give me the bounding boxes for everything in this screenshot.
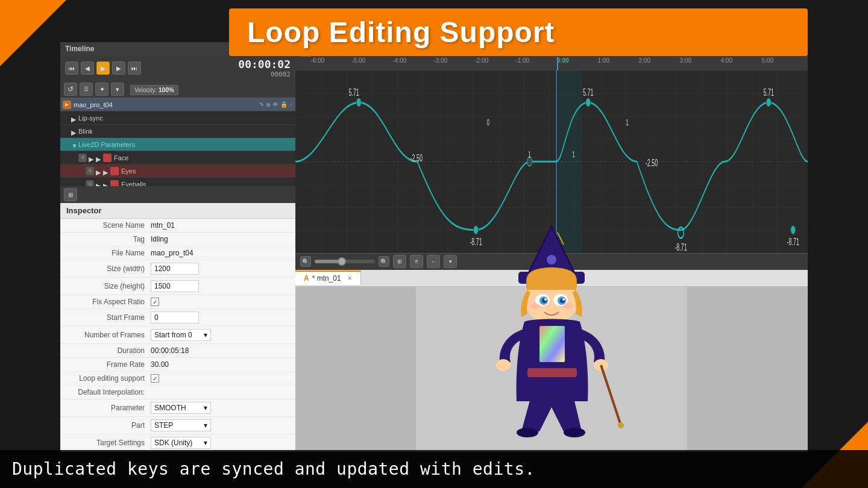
svg-text:1: 1	[626, 117, 629, 127]
svg-text:1: 1	[528, 149, 531, 159]
timeline-toolbar: ↺ ☰ ✦ ▾ Velocity: 100%	[60, 81, 295, 98]
input-start-frame[interactable]	[151, 311, 199, 324]
subtitle-bar: Duplicated keys are synced and updated w…	[0, 450, 868, 488]
value-filename: mao_pro_t04	[151, 249, 289, 257]
prev-frame-button[interactable]: ◀	[81, 61, 94, 75]
svg-text:-8.71: -8.71	[675, 242, 687, 253]
checkbox-loop[interactable]	[151, 374, 159, 383]
track-root[interactable]: ▶ mao_pro_t04 ✎ ⊕ 👁 🔒 ●	[60, 98, 295, 111]
inspector-row-loop: Loop editing support	[60, 372, 295, 386]
track-name-eyes: Eyes	[121, 167, 136, 175]
right-panel: ↔ Duration 5s:18f, 168f -6:00 -5:00 -4:0…	[295, 42, 808, 452]
velocity-value: 100%	[159, 87, 174, 93]
zoom-out-btn[interactable]: 🔍	[300, 256, 311, 267]
svg-text:-2.50: -2.50	[410, 152, 423, 164]
track-name-live2d: Live2D Parameters	[78, 141, 135, 148]
play-button[interactable]: ▶	[96, 61, 110, 75]
timecode-display: 00:00:02	[238, 58, 291, 70]
track-blink[interactable]: ▶ Blink	[60, 125, 295, 138]
label-filename: File Name	[66, 249, 151, 257]
zoom-in-btn[interactable]: 🔍	[379, 256, 389, 267]
dropdown-part[interactable]: STEP ▾	[151, 419, 211, 431]
loop-button[interactable]: ↺	[64, 83, 77, 96]
checkbox-aspect[interactable]	[151, 298, 159, 306]
dropdown-target[interactable]: SDK (Unity) ▾	[151, 437, 211, 449]
svg-point-4	[356, 98, 361, 107]
zoom-slider[interactable]	[315, 260, 375, 263]
grid-btn[interactable]: #	[410, 255, 423, 268]
value-framerate: 30.00	[151, 360, 289, 369]
time-ruler: -6:00 -5:00 -4:00 -3:00 -2:00 -1:00 0:00…	[295, 57, 808, 70]
label-interp-header: Default Interpolation:	[66, 388, 151, 396]
svg-rect-40	[539, 326, 565, 362]
track-num-face: ①	[78, 154, 87, 162]
input-width[interactable]	[151, 263, 199, 275]
inspector-row-duration: Duration 00:00:05:18	[60, 344, 295, 358]
inspector-row-part: Part STEP ▾	[60, 417, 295, 434]
svg-point-37	[530, 303, 539, 309]
dropdown-part-value: STEP	[154, 421, 173, 430]
arrow-btn[interactable]: ←	[427, 255, 440, 268]
inspector-panel: Inspector Scene Name mtn_01 Tag Idling F…	[60, 203, 295, 452]
svg-text:0: 0	[487, 117, 490, 127]
track-button[interactable]: ☰	[80, 83, 93, 96]
svg-point-41	[496, 359, 511, 371]
track-list[interactable]: ▶ mao_pro_t04 ✎ ⊕ 👁 🔒 ● ▶ Lip-sync ▶ Bli…	[60, 98, 295, 186]
value-scene-name: mtn_01	[151, 221, 289, 230]
track-num-eyes: ①	[86, 167, 94, 175]
skip-start-button[interactable]: ⏮	[65, 61, 78, 75]
transport-controls: ⏮ ◀ ▶ ▶ ⏭ 00:00:02 00002	[60, 55, 295, 81]
track-face[interactable]: ① ▶ ▶ Face	[60, 151, 295, 164]
svg-point-44	[618, 422, 624, 428]
track-eyeballs[interactable]: ① ▶ ▶ Eyeballs	[60, 178, 295, 186]
value-tag: Idling	[151, 235, 289, 243]
next-frame-button[interactable]: ▶	[112, 61, 125, 75]
label-param: Parameter	[66, 404, 151, 412]
playhead	[557, 57, 558, 70]
track-name-root: mao_pro_t04	[74, 101, 113, 108]
track-num-eyeballs: ①	[86, 180, 94, 187]
dropdown-target-value: SDK (Unity)	[154, 439, 192, 447]
svg-point-9	[766, 98, 771, 107]
star-button[interactable]: ✦	[95, 83, 108, 96]
dropdown-param-value: SMOOTH	[154, 404, 186, 412]
layer-button[interactable]: ⊞	[64, 188, 77, 201]
inspector-row-param: Parameter SMOOTH ▾	[60, 399, 295, 417]
track-eyes[interactable]: ① ▶ ▶ Eyes	[60, 164, 295, 178]
track-lipsync[interactable]: ▶ Lip-sync	[60, 111, 295, 125]
inspector-row-framerate: Frame Rate 30.00	[60, 358, 295, 372]
inspector-row-start-frame: Start Frame	[60, 309, 295, 327]
track-name-eyeballs: Eyeballs	[121, 181, 146, 187]
label-height: Size (height)	[66, 282, 151, 290]
timecode-sub-display: 00002	[271, 70, 291, 78]
inspector-row-interp-header: Default Interpolation:	[60, 386, 295, 399]
chevron-button[interactable]: ▾	[111, 83, 124, 96]
svg-text:-2.50: -2.50	[646, 157, 658, 169]
dropdown-num-frames[interactable]: Start from 0 ▾	[151, 329, 211, 341]
svg-point-46	[517, 428, 538, 437]
timeline-panel: Timeline ⏮ ◀ ▶ ▶ ⏭ 00:00:02 00002 ↺ ☰ ✦ …	[60, 42, 295, 452]
skip-end-button[interactable]: ⏭	[128, 61, 141, 75]
tab-close-btn[interactable]: ×	[348, 274, 352, 283]
fit-btn[interactable]: ⊞	[393, 255, 406, 268]
inspector-row-height: Size (height)	[60, 278, 295, 295]
input-height[interactable]	[151, 280, 199, 292]
track-icon-eyes	[110, 167, 119, 175]
svg-point-36	[562, 298, 565, 301]
label-aspect: Fix Aspect Ratio	[66, 298, 151, 306]
chevron-down-btn[interactable]: ▾	[444, 255, 457, 268]
track-live2d-params[interactable]: ▼ Live2D Parameters	[60, 138, 295, 151]
banner: Loop Editing Support	[229, 8, 808, 56]
label-width: Size (width)	[66, 264, 151, 273]
character-display	[467, 221, 636, 440]
preview-tab-mtn01[interactable]: A * mtn_01 ×	[295, 271, 361, 285]
svg-text:5.71: 5.71	[764, 87, 774, 98]
label-start-frame: Start Frame	[66, 313, 151, 322]
dropdown-param[interactable]: SMOOTH ▾	[151, 402, 211, 414]
track-icon-root: ▶	[63, 101, 71, 109]
svg-text:5.71: 5.71	[583, 87, 593, 98]
inspector-row-num-frames: Number of Frames Start from 0 ▾	[60, 327, 295, 344]
svg-point-47	[564, 428, 585, 437]
label-target: Target Settings	[66, 439, 151, 447]
inspector-row-target: Target Settings SDK (Unity) ▾	[60, 434, 295, 452]
